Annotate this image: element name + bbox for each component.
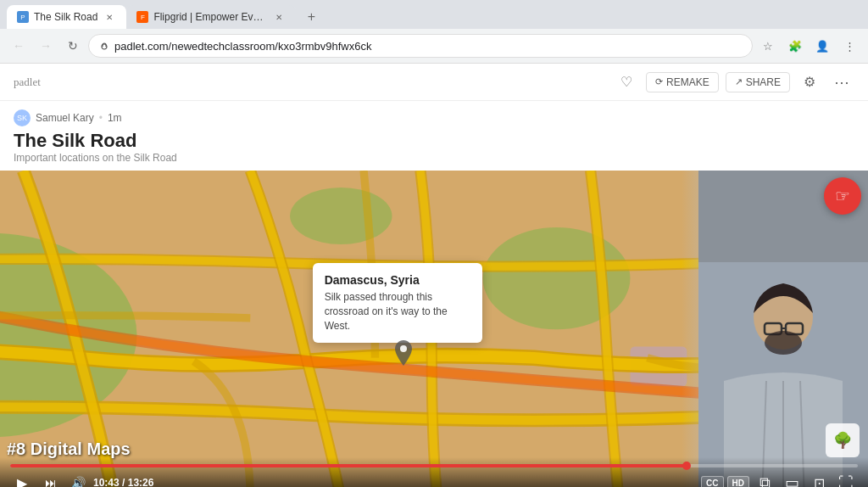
tab1-favicon: P	[17, 11, 29, 23]
progress-bar[interactable]	[10, 464, 858, 467]
page-subtitle: Important locations on the Silk Road	[14, 152, 854, 164]
back-button[interactable]: ←	[7, 34, 31, 58]
svg-point-5	[400, 345, 407, 352]
padlet-logo: padlet	[14, 76, 41, 89]
skip-button[interactable]: ⏭	[39, 471, 63, 487]
progress-dot	[682, 462, 691, 470]
address-bar[interactable]: padlet.com/newedtechclassroom/kxo3rmbv9h…	[88, 34, 753, 58]
tab2-favicon: F	[136, 11, 148, 23]
map-background[interactable]: Damascus, Syria Silk passed through this…	[0, 171, 868, 487]
dot-separator: •	[99, 112, 103, 124]
map-tooltip: Damascus, Syria Silk passed through this…	[313, 263, 482, 343]
extensions-icon[interactable]: 🧩	[783, 34, 807, 58]
tab1-title: The Silk Road	[34, 11, 97, 23]
hd-button[interactable]: HD	[727, 476, 749, 487]
forward-button[interactable]: →	[34, 34, 58, 58]
right-controls: CC HD ⧉ ▭ ⊡ ⛶	[701, 471, 858, 487]
tab-flipgrid[interactable]: F Flipgrid | Empower Every Voice ✕	[126, 5, 296, 29]
author-avatar: SK	[14, 109, 31, 126]
remake-button[interactable]: ⟳ REMAKE	[646, 72, 719, 92]
svg-point-14	[765, 331, 802, 355]
padlet-header: SK Samuel Kary • 1m The Silk Road Import…	[0, 101, 868, 171]
browser-chrome: P The Silk Road ✕ F Flipgrid | Empower E…	[0, 0, 868, 64]
nav-bar: ← → ↻ padlet.com/newedtechclassroom/kxo3…	[0, 29, 868, 63]
fullscreen-button[interactable]: ⛶	[834, 471, 858, 487]
tab1-close[interactable]: ✕	[103, 10, 116, 24]
settings-button[interactable]: ⚙	[797, 70, 822, 95]
tooltip-title: Damascus, Syria	[325, 273, 470, 287]
watermark-logo: 🌳	[826, 423, 860, 457]
play-button[interactable]: ▶	[10, 471, 34, 487]
author-name: Samuel Kary	[36, 112, 94, 124]
tab2-title: Flipgrid | Empower Every Voice	[153, 11, 267, 23]
nav-icons: ☆ 🧩 👤 ⋮	[756, 34, 861, 58]
current-time: 10:43 / 13:26	[93, 477, 153, 487]
volume-button[interactable]: 🔊	[68, 473, 88, 487]
map-pin[interactable]	[392, 339, 415, 372]
heart-button[interactable]: ♡	[614, 70, 639, 95]
tab-bar: P The Silk Road ✕ F Flipgrid | Empower E…	[0, 0, 868, 29]
address-text: padlet.com/newedtechclassroom/kxo3rmbv9h…	[114, 40, 742, 53]
page-title: The Silk Road	[14, 130, 854, 152]
tab2-close[interactable]: ✕	[272, 10, 286, 24]
location-pin-icon	[392, 339, 415, 367]
miniplayer-button[interactable]: ⧉	[753, 471, 776, 487]
video-hashtag: #8 Digital Maps	[7, 439, 131, 459]
video-controls: ▶ ⏭ 🔊 10:43 / 13:26 CC HD ⧉ ▭ ⊡	[0, 457, 868, 487]
tab-silk-road[interactable]: P The Silk Road ✕	[7, 5, 126, 29]
controls-row: ▶ ⏭ 🔊 10:43 / 13:26 CC HD ⧉ ▭ ⊡	[10, 471, 858, 487]
cc-button[interactable]: CC	[701, 476, 723, 487]
author-line: SK Samuel Kary • 1m	[14, 109, 854, 126]
lock-icon	[99, 41, 109, 51]
refresh-button[interactable]: ↻	[61, 34, 85, 58]
main-area: Damascus, Syria Silk passed through this…	[0, 171, 868, 487]
progress-fill	[10, 464, 687, 467]
svg-point-2	[290, 188, 392, 244]
padlet-actions: ♡ ⟳ REMAKE ↗ SHARE ⚙ ⋯	[614, 70, 854, 95]
profile-icon[interactable]: 👤	[810, 34, 834, 58]
tooltip-body: Silk passed through this crossroad on it…	[325, 290, 470, 333]
bookmarks-icon[interactable]: ☆	[756, 34, 780, 58]
theater-button[interactable]: ▭	[780, 471, 804, 487]
cast-button[interactable]: ⊡	[807, 471, 831, 487]
more-menu-button[interactable]: ⋯	[829, 70, 854, 95]
new-tab-button[interactable]: +	[299, 5, 323, 29]
more-icon[interactable]: ⋮	[837, 34, 861, 58]
share-button[interactable]: ↗ SHARE	[726, 72, 790, 92]
padlet-app-bar: padlet ♡ ⟳ REMAKE ↗ SHARE ⚙ ⋯	[0, 64, 868, 101]
time-ago: 1m	[108, 112, 122, 124]
